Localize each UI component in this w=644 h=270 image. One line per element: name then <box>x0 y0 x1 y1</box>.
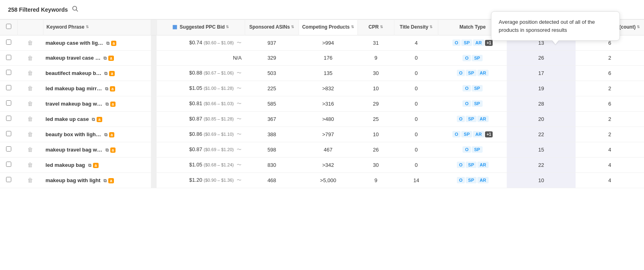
delete-icon[interactable]: 🗑 <box>27 177 33 183</box>
row-delete-cell[interactable]: 🗑 <box>18 111 43 127</box>
sponsored-rank-avg-cell: 15 <box>507 142 575 157</box>
sponsored-rank-count-value: 4 <box>608 162 611 168</box>
title-density-value: 0 <box>415 116 418 122</box>
amazon-icon[interactable]: a <box>108 178 114 183</box>
row-checkbox[interactable] <box>6 70 11 75</box>
delete-icon[interactable]: 🗑 <box>27 100 33 107</box>
cpr-value: 9 <box>374 177 377 183</box>
row-delete-cell[interactable]: 🗑 <box>18 65 43 81</box>
sponsored-asins-value: 225 <box>267 85 276 91</box>
external-link-icon[interactable]: ⧉ <box>88 163 91 168</box>
row-checkbox-cell[interactable] <box>0 111 18 127</box>
row-delete-cell[interactable]: 🗑 <box>18 127 43 142</box>
row-checkbox-cell[interactable] <box>0 142 18 157</box>
delete-icon[interactable]: 🗑 <box>27 131 33 137</box>
row-checkbox-cell[interactable] <box>0 127 18 142</box>
amazon-icon[interactable]: a <box>110 102 116 107</box>
th-select-all[interactable] <box>0 20 18 35</box>
row-checkbox[interactable] <box>6 177 11 182</box>
th-keyword-phrase[interactable]: Keyword Phrase ⇅ <box>43 20 151 35</box>
row-delete-cell[interactable]: 🗑 <box>18 81 43 96</box>
row-delete-cell[interactable]: 🗑 <box>18 157 43 172</box>
th-sponsored-asins-label: Sponsored ASINs <box>249 24 290 31</box>
th-sponsored-asins[interactable]: Sponsored ASINs ⇅ <box>245 20 299 35</box>
external-link-icon[interactable]: ⧉ <box>92 117 95 122</box>
row-delete-cell[interactable]: 🗑 <box>18 172 43 188</box>
th-suggested-ppc-bid[interactable]: ▦ Suggested PPC Bid ⇅ <box>157 20 245 35</box>
amazon-icon[interactable]: a <box>93 163 99 168</box>
external-link-icon[interactable]: ⧉ <box>103 178 107 183</box>
amazon-icon[interactable]: a <box>111 41 117 46</box>
bid-range: ($0.67 – $1.06) <box>204 71 234 75</box>
row-checkbox[interactable] <box>6 85 11 90</box>
trend-icon[interactable]: 〜 <box>237 162 242 168</box>
select-all-checkbox[interactable] <box>6 24 11 29</box>
row-checkbox[interactable] <box>6 146 11 152</box>
cpr-cell: 30 <box>357 157 394 172</box>
delete-icon[interactable]: 🗑 <box>27 116 33 122</box>
cpr-cell: 30 <box>357 65 394 81</box>
cpr-value: 25 <box>373 116 379 122</box>
row-checkbox[interactable] <box>6 39 11 45</box>
trend-icon[interactable]: 〜 <box>237 85 242 91</box>
trend-icon[interactable]: 〜 <box>237 147 242 152</box>
external-link-icon[interactable]: ⧉ <box>104 71 107 76</box>
search-icon[interactable] <box>72 6 78 13</box>
trend-icon[interactable]: 〜 <box>237 101 242 106</box>
row-checkbox[interactable] <box>6 100 11 106</box>
th-cpr[interactable]: CPR ⇅ <box>357 20 394 35</box>
badge-sp: SP <box>472 85 483 91</box>
external-link-icon[interactable]: ⧉ <box>103 56 107 61</box>
th-title-density[interactable]: Title Density ⇅ <box>394 20 438 35</box>
external-link-icon[interactable]: ⧉ <box>104 132 107 137</box>
amazon-icon[interactable]: a <box>109 132 115 137</box>
row-delete-cell[interactable]: 🗑 <box>18 142 43 157</box>
sponsored-asins-value: 388 <box>267 131 276 137</box>
amazon-icon[interactable]: a <box>97 117 102 122</box>
trend-icon[interactable]: 〜 <box>237 116 242 122</box>
trend-icon[interactable]: 〜 <box>237 40 242 46</box>
trend-icon[interactable]: 〜 <box>237 131 242 137</box>
row-delete-cell[interactable]: 🗑 <box>18 50 43 65</box>
delete-icon[interactable]: 🗑 <box>27 70 33 76</box>
title-density-value: 0 <box>415 70 418 76</box>
row-checkbox[interactable] <box>6 131 11 136</box>
trend-icon[interactable]: 〜 <box>237 70 242 76</box>
trend-icon[interactable]: 〜 <box>237 177 242 183</box>
row-checkbox[interactable] <box>6 55 11 60</box>
delete-icon[interactable]: 🗑 <box>27 85 33 91</box>
external-link-icon[interactable]: ⧉ <box>105 102 109 107</box>
competing-products-cell: 467 <box>299 142 357 157</box>
row-checkbox-cell[interactable] <box>0 157 18 172</box>
bid-cell: $0.74 ($0.60 – $1.08) 〜 <box>157 35 245 50</box>
delete-icon[interactable]: 🗑 <box>27 162 33 168</box>
row-delete-cell[interactable]: 🗑 <box>18 35 43 50</box>
delete-icon[interactable]: 🗑 <box>27 146 33 153</box>
amazon-icon[interactable]: a <box>110 86 116 91</box>
delete-icon[interactable]: 🗑 <box>27 39 33 46</box>
sponsored-rank-avg-cell: 10 <box>507 172 575 188</box>
external-link-icon[interactable]: ⧉ <box>106 41 109 46</box>
delete-icon[interactable]: 🗑 <box>27 55 33 61</box>
amazon-icon[interactable]: a <box>109 71 115 76</box>
title-density-cell: 0 <box>394 81 438 96</box>
external-link-icon[interactable]: ⧉ <box>105 147 109 153</box>
sponsored-asins-cell: 598 <box>245 142 299 157</box>
row-checkbox-cell[interactable] <box>0 50 18 65</box>
keyword-cell: makeup travel case … ⧉ a <box>43 50 151 65</box>
row-checkbox-cell[interactable] <box>0 172 18 188</box>
th-competing-products[interactable]: Competing Products ⇅ <box>299 20 357 35</box>
amazon-icon[interactable]: a <box>110 147 116 153</box>
row-checkbox-cell[interactable] <box>0 65 18 81</box>
keyword-icons: ⧉ a <box>106 41 117 46</box>
external-link-icon[interactable]: ⧉ <box>105 86 108 91</box>
row-checkbox[interactable] <box>6 116 11 121</box>
sponsored-rank-count-value: 6 <box>608 101 611 107</box>
row-delete-cell[interactable]: 🗑 <box>18 96 43 111</box>
amazon-icon[interactable]: a <box>108 56 114 61</box>
row-checkbox-cell[interactable] <box>0 96 18 111</box>
row-checkbox[interactable] <box>6 162 11 167</box>
row-checkbox-cell[interactable] <box>0 81 18 96</box>
match-type-cell: OSPAR <box>438 172 507 188</box>
row-checkbox-cell[interactable] <box>0 35 18 50</box>
